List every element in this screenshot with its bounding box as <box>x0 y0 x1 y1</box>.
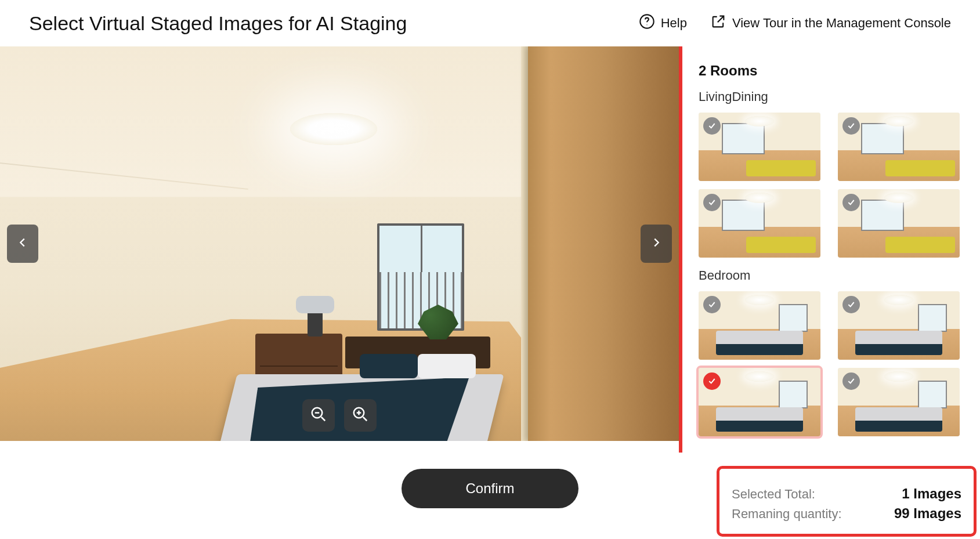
thumbnail[interactable] <box>838 189 960 258</box>
rooms-count: 2 Rooms <box>699 63 966 79</box>
header-actions: Help View Tour in the Management Console <box>639 13 951 33</box>
zoom-in-button[interactable] <box>344 399 377 432</box>
selected-total-label: Selected Total: <box>732 487 815 502</box>
remaining-quantity-value: 99 Images <box>894 505 961 522</box>
remaining-quantity-label: Remaning quantity: <box>732 507 842 522</box>
prev-button[interactable] <box>7 225 38 263</box>
thumb-grid-bedroom <box>699 291 966 436</box>
thumbnail[interactable] <box>838 291 960 360</box>
check-icon <box>703 296 721 313</box>
zoom-out-icon <box>310 406 327 425</box>
zoom-controls <box>302 399 377 432</box>
confirm-button[interactable]: Confirm <box>402 469 578 508</box>
page-title: Select Virtual Staged Images for AI Stag… <box>29 12 407 35</box>
thumbnail[interactable] <box>838 368 960 436</box>
next-button[interactable] <box>641 225 672 263</box>
check-icon <box>842 372 860 390</box>
image-viewer[interactable] <box>0 46 679 441</box>
check-icon <box>703 372 721 390</box>
view-tour-label: View Tour in the Management Console <box>732 16 951 31</box>
room-name-livingdining: LivingDining <box>699 89 966 104</box>
zoom-in-icon <box>352 406 369 425</box>
thumbnail[interactable] <box>699 368 820 436</box>
check-icon <box>703 117 721 135</box>
help-icon <box>639 13 655 33</box>
view-tour-link[interactable]: View Tour in the Management Console <box>710 13 951 33</box>
chevron-left-icon <box>16 236 29 251</box>
scene-lamp <box>296 296 334 313</box>
check-icon <box>842 296 860 313</box>
check-icon <box>842 117 860 135</box>
zoom-out-button[interactable] <box>302 399 335 432</box>
scene-ceiling-light <box>290 113 377 145</box>
external-link-icon <box>710 13 726 33</box>
room-name-bedroom: Bedroom <box>699 268 966 283</box>
thumb-grid-livingdining <box>699 113 966 258</box>
sidebar: 2 Rooms LivingDining Bedroom <box>682 46 980 453</box>
thumbnail[interactable] <box>838 113 960 181</box>
check-icon <box>703 194 721 211</box>
svg-point-1 <box>646 24 647 25</box>
selected-total-value: 1 Images <box>902 486 961 502</box>
check-icon <box>842 194 860 211</box>
header: Select Virtual Staged Images for AI Stag… <box>0 0 980 46</box>
help-link[interactable]: Help <box>639 13 687 33</box>
content: 2 Rooms LivingDining Bedroom <box>0 46 980 453</box>
chevron-right-icon <box>650 236 663 251</box>
thumbnail[interactable] <box>699 113 820 181</box>
help-label: Help <box>661 16 687 31</box>
thumbnail[interactable] <box>699 189 820 258</box>
thumbnail[interactable] <box>699 291 820 360</box>
summary-box: Selected Total: 1 Images Remaning quanti… <box>719 472 974 534</box>
